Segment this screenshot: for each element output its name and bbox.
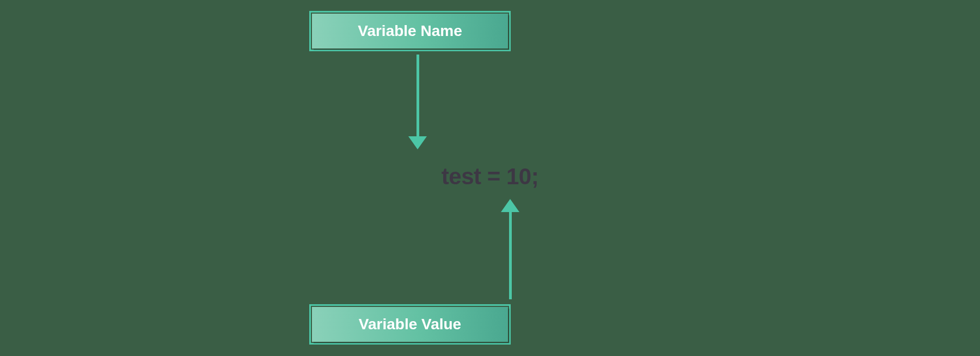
arrow-up-icon xyxy=(501,199,519,299)
arrow-down-icon xyxy=(408,55,427,149)
variable-value-label: Variable Value xyxy=(312,307,508,342)
variable-name-label-box: Variable Name xyxy=(309,11,511,51)
code-expression: test = 10; xyxy=(0,164,980,190)
variable-value-label-box: Variable Value xyxy=(309,304,511,345)
variable-name-label: Variable Name xyxy=(312,14,508,49)
